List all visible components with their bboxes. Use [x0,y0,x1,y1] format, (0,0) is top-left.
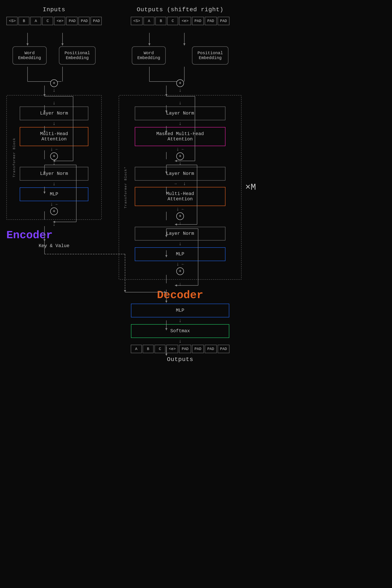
dec-arrow-3: ↓ [123,121,237,126]
dec-token-5: PAD [192,17,204,25]
enc-transformer-block-label: Transformer Block [12,138,16,177]
enc-word-embedding: WordEmbedding [12,46,46,65]
enc-mlp: MLP [20,187,88,201]
dec-token-0: <S> [131,17,142,25]
dec-token-2: B [155,17,166,25]
dec-transformer-block-label: Transformer Block* [124,166,128,208]
diagram-container: Inputs <S> B A C <e> PAD PAD PAD WordEmb… [0,0,392,588]
dec-token-7: PAD [218,17,230,25]
enc-plus-residual-1: + [50,152,58,160]
dec-plus-residual-1: + [176,152,184,160]
dec-layer-norm-2: Layer Norm [135,167,226,181]
encoder-token-row: <S> B A C <e> PAD PAD PAD [6,17,102,25]
enc-token-5: PAD [66,17,77,25]
decoder-outputs-title: Outputs (shifted right) [119,6,242,13]
enc-arrow-out: ↓ [6,222,102,227]
dec-softmax: Softmax [131,324,229,338]
dec-arrow-1: ↓ [119,88,242,93]
dec-arrow-9: ↓ [123,241,237,247]
dec-cross-mha: Multi-HeadAttention [135,187,226,206]
dec-word-embedding: WordEmbedding [132,46,166,65]
enc-arrow-4: ↓ [50,147,53,152]
enc-token-4: <e> [54,17,65,25]
out-token-2: C [154,345,166,353]
decoder-label: Decoder [119,289,242,301]
dec-arrow-8: ↓ [123,221,237,226]
enc-layer-norm-2: Layer Norm [20,167,88,181]
dec-arrow-10: ↓ [176,262,179,267]
encoder-inputs-title: Inputs [6,6,102,13]
enc-arrow-3: ↓ [11,121,97,126]
enc-token-2: A [30,17,41,25]
dec-arrow-13: ↓ [119,339,242,344]
enc-transformer-block: Transformer Block N× ↓ Layer Norm ↓ Mult… [6,95,102,220]
dec-positional-embedding: PositionalEmbedding [192,46,228,65]
out-token-4: PAD [179,345,191,353]
enc-arrow-2: ↓ [11,101,97,106]
dec-transformer-block: Transformer Block* ×M ↓ Layer Norm ↓ Mas… [119,95,242,280]
key-value-label: Key & Value [6,243,102,249]
dec-layer-norm-1: Layer Norm [135,106,226,120]
nx-label: N× [0,152,0,163]
out-token-0: A [131,345,142,353]
out-token-6: PAD [205,345,216,353]
dec-arrow-12: ↓ [119,318,242,323]
enc-embedding-row: WordEmbedding PositionalEmbedding [6,46,102,65]
dec-token-1: A [144,17,154,25]
dec-arrow-6: ↓ [183,181,186,186]
dec-arrow-5: ↓ [123,161,237,166]
dec-plus-circle: + [176,79,184,87]
decoder-token-row: <S> A B C <e> PAD PAD PAD [119,17,242,25]
dec-token-6: PAD [205,17,216,25]
enc-token-1: B [18,17,30,25]
dec-plus-residual-2: + [176,212,184,220]
enc-arrow-5: ↓ [11,161,97,166]
xm-label: ×M [245,182,256,193]
dec-mlp-2: MLP [131,304,229,317]
enc-token-6: PAD [78,17,90,25]
dec-layer-norm-3: Layer Norm [135,227,226,241]
out-token-7: PAD [218,345,230,353]
dec-embedding-row: WordEmbedding PositionalEmbedding [119,46,242,65]
dec-plus-residual-3: + [176,268,184,275]
enc-arrow-7: ↓ [50,202,53,207]
enc-arrow-6: ↓ [11,181,97,187]
encoder-label: Encoder [6,229,102,242]
enc-layer-norm-1: Layer Norm [20,106,88,120]
enc-positional-embedding: PositionalEmbedding [59,46,95,65]
out-token-1: B [142,345,154,353]
enc-plus-residual-2: + [50,208,58,215]
dec-arrow-7: ↓ [176,207,179,212]
out-token-5: PAD [192,345,204,353]
enc-token-0: <S> [6,17,18,25]
enc-plus-circle: + [50,79,58,87]
dec-arrow-11: ↓ [119,282,242,287]
dec-token-4: <e> [179,17,191,25]
enc-mha: Multi-HeadAttention [20,127,88,146]
dec-arrow-4: ↓ [176,147,179,152]
output-token-row: A B C <e> PAD PAD PAD PAD [119,345,242,353]
outputs-title: Outputs [119,356,242,363]
dec-masked-mha: Masked Multi-HeadAttention [135,127,226,146]
dec-arrow-2: ↓ [123,101,237,106]
enc-token-3: C [42,17,53,25]
enc-token-7: PAD [90,17,102,25]
enc-arrow-1: ↓ [6,88,102,93]
dec-mlp-1: MLP [135,247,226,261]
out-token-3: <e> [166,345,178,353]
dec-token-3: C [167,17,178,25]
